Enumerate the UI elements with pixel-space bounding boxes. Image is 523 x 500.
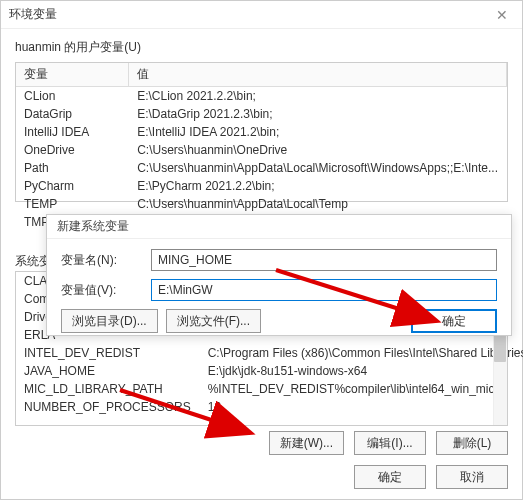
table-row[interactable]: MIC_LD_LIBRARY_PATH%INTEL_DEV_REDIST%com…: [16, 380, 523, 398]
dialog-title: 新建系统变量: [47, 215, 511, 239]
dialog-ok-button[interactable]: 确定: [411, 309, 497, 333]
cell-var-value: E:\jdk\jdk-8u151-windows-x64: [199, 362, 523, 380]
table-row[interactable]: CLionE:\CLion 2021.2.2\bin;: [16, 87, 507, 106]
table-row[interactable]: INTEL_DEV_REDISTC:\Program Files (x86)\C…: [16, 344, 523, 362]
delete-button[interactable]: 删除(L): [436, 431, 508, 455]
cell-var-value: C:\Users\huanmin\AppData\Local\Microsoft…: [129, 159, 507, 177]
cell-var-name: MIC_LD_LIBRARY_PATH: [16, 380, 199, 398]
title-bar: 环境变量 ✕: [1, 1, 522, 29]
edit-button[interactable]: 编辑(I)...: [354, 431, 426, 455]
var-name-input[interactable]: [151, 249, 497, 271]
user-vars-label: huanmin 的用户变量(U): [1, 29, 522, 62]
new-button[interactable]: 新建(W)...: [269, 431, 344, 455]
table-row[interactable]: IntelliJ IDEAE:\IntelliJ IDEA 2021.2\bin…: [16, 123, 507, 141]
cell-var-name: PyCharm: [16, 177, 129, 195]
cell-var-name: INTEL_DEV_REDIST: [16, 344, 199, 362]
cell-var-name: CLion: [16, 87, 129, 106]
new-system-variable-dialog: 新建系统变量 变量名(N): 变量值(V): 浏览目录(D)... 浏览文件(F…: [46, 214, 512, 336]
cell-var-value: E:\DataGrip 2021.2.3\bin;: [129, 105, 507, 123]
cell-var-name: OneDrive: [16, 141, 129, 159]
table-row[interactable]: DataGripE:\DataGrip 2021.2.3\bin;: [16, 105, 507, 123]
cell-var-value: %INTEL_DEV_REDIST%compiler\lib\intel64_w…: [199, 380, 523, 398]
cell-var-name: NUMBER_OF_PROCESSORS: [16, 398, 199, 416]
close-icon[interactable]: ✕: [490, 7, 514, 23]
system-vars-buttons: 新建(W)... 编辑(I)... 删除(L): [1, 423, 522, 463]
cell-var-value: E:\CLion 2021.2.2\bin;: [129, 87, 507, 106]
cell-var-value: C:\Users\huanmin\AppData\Local\Temp: [129, 195, 507, 213]
col-header-value[interactable]: 值: [129, 63, 507, 87]
browse-file-button[interactable]: 浏览文件(F)...: [166, 309, 261, 333]
user-vars-table[interactable]: 变量 值 CLionE:\CLion 2021.2.2\bin;DataGrip…: [16, 63, 507, 231]
footer-buttons: 确定 取消: [354, 465, 508, 489]
table-row[interactable]: PathC:\Users\huanmin\AppData\Local\Micro…: [16, 159, 507, 177]
cell-var-name: TEMP: [16, 195, 129, 213]
col-header-name[interactable]: 变量: [16, 63, 129, 87]
cell-var-name: Path: [16, 159, 129, 177]
window-title: 环境变量: [9, 6, 57, 23]
var-value-label: 变量值(V):: [61, 282, 151, 299]
table-row[interactable]: NUMBER_OF_PROCESSORS16: [16, 398, 523, 416]
browse-dir-button[interactable]: 浏览目录(D)...: [61, 309, 158, 333]
user-vars-table-container: 变量 值 CLionE:\CLion 2021.2.2\bin;DataGrip…: [15, 62, 508, 202]
var-value-input[interactable]: [151, 279, 497, 301]
cancel-button[interactable]: 取消: [436, 465, 508, 489]
cell-var-name: JAVA_HOME: [16, 362, 199, 380]
cell-var-name: DataGrip: [16, 105, 129, 123]
cell-var-value: E:\IntelliJ IDEA 2021.2\bin;: [129, 123, 507, 141]
cell-var-value: C:\Users\huanmin\OneDrive: [129, 141, 507, 159]
table-row[interactable]: TEMPC:\Users\huanmin\AppData\Local\Temp: [16, 195, 507, 213]
cell-var-value: E:\PyCharm 2021.2.2\bin;: [129, 177, 507, 195]
table-row[interactable]: PyCharmE:\PyCharm 2021.2.2\bin;: [16, 177, 507, 195]
ok-button[interactable]: 确定: [354, 465, 426, 489]
table-row[interactable]: JAVA_HOMEE:\jdk\jdk-8u151-windows-x64: [16, 362, 523, 380]
table-row[interactable]: OneDriveC:\Users\huanmin\OneDrive: [16, 141, 507, 159]
cell-var-value: C:\Program Files (x86)\Common Files\Inte…: [199, 344, 523, 362]
cell-var-value: 16: [199, 398, 523, 416]
var-name-label: 变量名(N):: [61, 252, 151, 269]
cell-var-name: IntelliJ IDEA: [16, 123, 129, 141]
